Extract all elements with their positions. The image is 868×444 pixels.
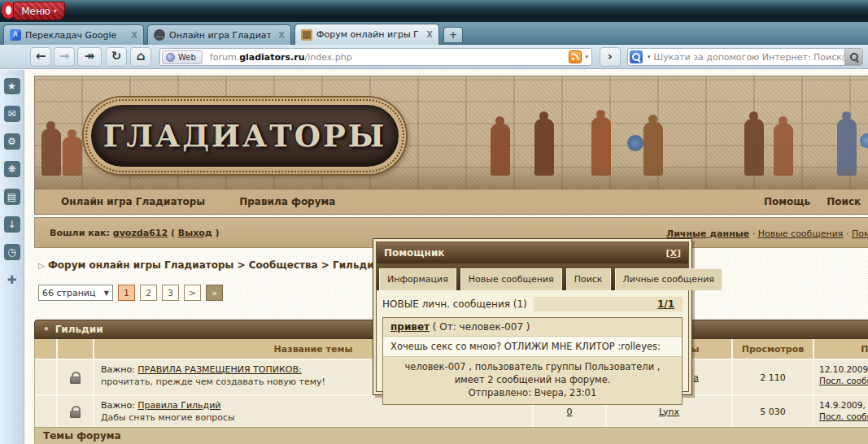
widgets-gear-icon[interactable]: ⚙ [4,133,20,150]
message-pager-link[interactable]: 1/1 [657,298,674,310]
nav-link-game[interactable]: Онлайн игра Гладиаторы [61,196,205,207]
last-post-link[interactable]: Посл. сообщ [819,376,868,385]
google-translate-favicon-icon: A [10,29,21,41]
web-badge[interactable]: Web [162,50,203,64]
globe-icon [166,53,175,62]
views-count: 2 110 [733,360,814,394]
popup-title: Помощник [384,247,444,259]
page-button-last[interactable]: » [206,285,223,301]
window-titlebar: Меню ▾ [0,0,868,22]
menu-button-label: Меню [21,6,50,17]
logo-plaque: ГЛАДИАТОРЫ [84,98,406,174]
tab-label: Онлайн игра Гладиаторы [169,30,271,41]
popup-tab-new-messages[interactable]: Новые сообщения [460,268,562,290]
new-tab-button[interactable]: + [443,27,463,43]
breadcrumb-path[interactable]: Форум онлайн игры Гладиаторы > Сообществ… [48,259,374,271]
message-sender-info: человек-007 , пользователь группы Пользо… [383,356,682,404]
nav-link-search[interactable]: Поиск [827,196,861,207]
gladiator-figure [41,128,61,176]
username-link[interactable]: gvozda612 [113,228,168,238]
web-search-input[interactable] [654,52,844,63]
message-body: Хочешь секс со мною? ОТЛИЖИ МНЕ КЛИТОР :… [383,337,682,356]
tab-bar: A Перекладач Google X … Онлайн игра Глад… [0,22,868,45]
topic-link[interactable]: Правила Гильдий [137,400,220,411]
tab-close-icon[interactable]: X [128,31,137,40]
unite-fan-icon[interactable]: ❋ [4,161,20,177]
forward-button[interactable]: → [54,47,75,67]
pagination: 66 страниц ▼ 1 2 3 > » [38,285,223,301]
breadcrumb[interactable]: ▷ Форум онлайн игры Гладиаторы > Сообщес… [38,259,374,271]
back-button[interactable]: ← [30,47,51,67]
page-button-2[interactable]: 2 [140,285,157,301]
gladiator-figure [837,119,857,176]
pages-select[interactable]: 66 страниц ▼ [38,285,113,301]
tab-label: Перекладач Google [25,30,124,41]
tab-forum-active[interactable]: Форум онлайн игры Гл... X [294,24,439,45]
lock-icon [70,406,81,418]
search-bar[interactable]: ▾ [627,48,863,66]
page-button-1[interactable]: 1 [118,285,135,301]
opera-side-panel: ★ ✉ ⚙ ❋ ▤ ↓ ◷ ✚ [0,70,24,444]
popup-titlebar: Помощник [X] [377,242,688,263]
site-logo-text: ГЛАДИАТОРЫ [103,118,386,154]
nav-link-help[interactable]: Помощь [764,196,810,207]
select-caret-icon: ▼ [104,289,109,297]
breadcrumb-arrow-icon: ▷ [38,261,45,270]
gladiator-figure [534,119,554,176]
bookmarks-icon[interactable]: ★ [4,78,20,94]
popup-body: НОВЫЕ личн. сообщения (1) 1/1 привет ( О… [377,290,688,410]
forum-banner: ГЛАДИАТОРЫ [34,76,868,189]
login-status: Вошли как: gvozda612 ( Выход ) [50,228,220,238]
topic-link[interactable]: ПРАВИЛА РАЗМЕЩЕНИЯ ТОПИКОВ: [137,364,301,375]
mail-icon[interactable]: ✉ [4,106,20,122]
popup-close-button[interactable]: [X] [665,248,681,259]
gladiator-figure [774,124,793,176]
search-engine-icon[interactable] [630,50,643,63]
home-button[interactable]: ⌂ [130,47,151,67]
downloads-icon[interactable]: ↓ [4,216,20,233]
popup-tab-info[interactable]: Информация [379,268,456,290]
new-messages-link[interactable]: Новые сообщения [758,229,844,239]
go-button[interactable]: › [600,47,621,67]
address-bar[interactable]: Web forum.gladiators.ru/index.php ▾ [159,48,592,66]
new-messages-label: НОВЫЕ личн. сообщения (1) [382,298,534,310]
rss-icon[interactable] [569,50,582,63]
add-panel-icon[interactable]: ✚ [4,272,20,288]
tab-close-icon[interactable]: X [423,30,433,39]
message-sent-time: Отправлено: Вчера, 23:01 [469,387,596,398]
popup-tab-private-messages[interactable]: Личные сообщения [615,268,722,290]
popup-tab-search[interactable]: Поиск [566,268,611,290]
reload-button[interactable]: ↻ [106,47,127,67]
gladiator-figure [744,119,764,176]
search-dropdown-caret-icon[interactable]: ▾ [644,54,654,60]
fast-forward-button[interactable]: ↠ [77,47,102,67]
forum-favicon-icon [301,29,312,41]
rss-dropdown-caret-icon[interactable]: ▾ [582,54,591,60]
section-header-topics: Темы форума [34,427,868,444]
search-submit-button[interactable] [844,49,862,65]
message-subject-link[interactable]: привет [390,321,430,333]
web-badge-label: Web [178,53,196,62]
menu-button[interactable]: Меню ▾ [13,2,65,20]
col-folder [35,339,58,359]
col-views-header: Просмотров [733,339,814,359]
popup-tab-bar: Информация Новые сообщения Поиск Личные … [377,263,688,290]
history-clock-icon[interactable]: ◷ [4,244,20,260]
author-link[interactable]: а [693,372,699,383]
browser-toolbar: ← → ↠ ↻ ⌂ Web forum.gladiators.ru/index.… [0,45,868,69]
tab-close-icon[interactable]: X [275,31,285,40]
page-button-next[interactable]: > [184,285,201,301]
last-post-link[interactable]: Посл. сообщ [819,411,868,421]
lock-icon [70,372,81,384]
tab-google-translate[interactable]: A Перекладач Google X [3,24,144,45]
nav-link-rules[interactable]: Правила форума [239,196,335,207]
tab-game[interactable]: … Онлайн игра Гладиаторы X [147,24,291,45]
game-favicon-icon: … [154,29,165,41]
notes-icon[interactable]: ▤ [4,189,20,205]
shield-icon [627,135,643,151]
page-viewport: ГЛАДИАТОРЫ Онлайн игра Гладиаторы Правил… [24,70,868,444]
page-button-3[interactable]: 3 [162,285,179,301]
gladiator-figure [491,124,510,176]
logout-link[interactable]: Выход [178,228,212,238]
helper-link[interactable]: Помо [852,229,868,239]
